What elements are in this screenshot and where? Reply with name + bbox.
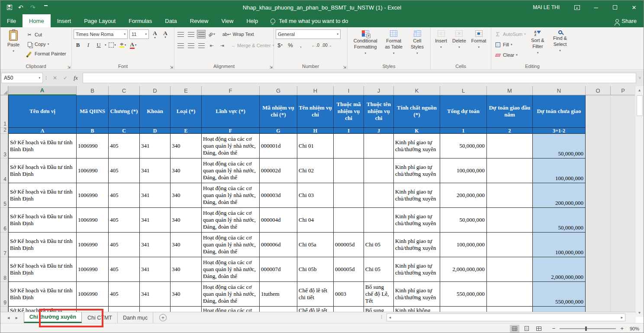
cell-L6[interactable]: 50,000,000 — [440, 208, 487, 233]
row-header-4[interactable]: 4 — [0, 158, 8, 183]
cell-K9[interactable]: Kinh phí giao tự chủ/thường xuyên — [394, 282, 440, 307]
zoom-slider-thumb[interactable] — [585, 327, 587, 331]
cell-K10[interactable]: Kinh phí không — [394, 307, 440, 312]
cell-O10[interactable] — [586, 307, 611, 312]
minimize-button[interactable]: ─ — [586, 0, 605, 14]
tab-file[interactable]: File — [0, 14, 23, 27]
tab-insert[interactable]: Insert — [51, 14, 78, 27]
cell-B7[interactable]: 1006990 — [77, 233, 109, 257]
zoom-in-button[interactable]: + — [620, 325, 624, 332]
cell-C4[interactable]: 405 — [109, 158, 140, 183]
cell-G8[interactable]: 000007d — [260, 257, 297, 282]
align-center-button[interactable] — [187, 41, 195, 50]
cell-F8[interactable]: Hoạt động của các cơ quan quản lý nhà nư… — [202, 257, 260, 282]
copy-button[interactable]: Copy▾ — [25, 39, 68, 49]
cell-P3[interactable] — [611, 134, 636, 158]
header-cell-H1[interactable]: Tên nhiệm vụ chi — [297, 95, 334, 128]
tab-data[interactable]: Data — [158, 14, 183, 27]
cell-E8[interactable]: 340 — [171, 257, 202, 282]
column-header-L[interactable]: L — [440, 86, 487, 95]
header-cell-F1[interactable]: Lĩnh vực (*) — [202, 95, 260, 128]
dialog-launcher-icon[interactable]: ⇲ — [170, 65, 173, 69]
paste-button[interactable]: Paste ▾ — [2, 29, 25, 61]
cell-L4[interactable]: 100,000,000 — [440, 158, 487, 183]
horizontal-scrollbar[interactable]: ◄ ► — [386, 314, 625, 321]
cancel-entry-button[interactable]: ✕ — [50, 73, 60, 83]
code-cell-H2[interactable]: H — [297, 128, 334, 134]
cell-H9[interactable]: Chế độ lễ tết chi tiết — [297, 282, 334, 307]
cell-K6[interactable]: Kinh phí giao tự chủ/thường xuyên — [394, 208, 440, 233]
tab-home[interactable]: Home — [23, 14, 51, 27]
page-break-view-button[interactable] — [534, 325, 544, 333]
borders-button[interactable]: ▾ — [108, 41, 117, 49]
cell-B8[interactable]: 1006990 — [77, 257, 109, 282]
formula-bar-expand-icon[interactable]: ˅ — [637, 76, 643, 80]
cell-A6[interactable]: Sở Kế hoạch và Đầu tư tỉnh Bình Định — [8, 208, 77, 233]
cell-M8[interactable] — [487, 257, 533, 282]
cell-G3[interactable]: 000001d — [260, 134, 297, 158]
cell-A8[interactable]: Sở Kế hoạch và Đầu tư tỉnh Bình Định — [8, 257, 77, 282]
code-cell-E2[interactable]: E — [171, 128, 202, 134]
cell-N8[interactable]: 2,000,000,000 — [533, 257, 586, 282]
cell-D8[interactable]: 341 — [140, 257, 171, 282]
font-color-button[interactable]: A▾ — [129, 41, 138, 49]
increase-decimal-button[interactable]: ←.0 — [311, 41, 320, 49]
cell-C5[interactable]: 405 — [109, 183, 140, 208]
cell-O1[interactable] — [586, 95, 611, 128]
column-header-B[interactable]: B — [77, 86, 109, 95]
cell-O8[interactable] — [586, 257, 611, 282]
orientation-button[interactable]: ab▾ — [207, 30, 216, 39]
new-sheet-button[interactable]: + — [159, 314, 167, 321]
header-cell-L1[interactable]: Tổng dự toán — [440, 95, 487, 128]
grow-font-button[interactable]: A▲ — [151, 30, 159, 39]
normal-view-button[interactable] — [510, 325, 519, 333]
cell-P10[interactable] — [611, 307, 636, 312]
sheet-tab-chi-ctmt[interactable]: Chi CTMT — [82, 312, 118, 323]
cell-N5[interactable]: 200,000,000 — [533, 183, 586, 208]
cell-L9[interactable]: 550,000,000 — [440, 282, 487, 307]
cell-L3[interactable]: 50,000,000 — [440, 134, 487, 158]
insert-function-button[interactable]: fx — [71, 73, 81, 83]
cell-M9[interactable] — [487, 282, 533, 307]
cell-F5[interactable]: Hoạt động của các cơ quan quản lý nhà nư… — [202, 183, 260, 208]
cell-K3[interactable]: Kinh phí giao tự chủ/thường xuyên — [394, 134, 440, 158]
cell-O5[interactable] — [586, 183, 611, 208]
code-cell-K2[interactable]: K — [394, 128, 440, 134]
code-cell-M2[interactable]: 2 — [487, 128, 533, 134]
header-cell-E1[interactable]: Loại (*) — [171, 95, 202, 128]
select-all-corner[interactable] — [0, 86, 8, 95]
decrease-decimal-button[interactable]: .00→ — [322, 41, 332, 49]
cell-C8[interactable]: 405 — [109, 257, 140, 282]
sheet-tab-danh-muc[interactable]: Danh mục — [118, 312, 153, 323]
font-size-combo[interactable]: 11▾ — [129, 29, 149, 39]
save-button[interactable] — [4, 2, 15, 13]
align-bottom-button[interactable] — [197, 30, 206, 39]
cell-A5[interactable]: Sở Kế hoạch và Đầu tư tỉnh Bình Định — [8, 183, 77, 208]
cell-D3[interactable]: 341 — [140, 134, 171, 158]
ribbon-display-options-button[interactable]: ▴ — [567, 0, 586, 14]
header-cell-B1[interactable]: Mã QHNS — [77, 95, 109, 128]
cell-I3[interactable] — [334, 134, 364, 158]
column-header-D[interactable]: D — [140, 86, 171, 95]
format-painter-button[interactable]: Format Painter — [25, 49, 68, 58]
row-header-3[interactable]: 3 — [0, 134, 8, 158]
cell-J8[interactable]: Chi 05 — [364, 257, 394, 282]
cell-I10[interactable] — [334, 307, 364, 312]
clear-button[interactable]: Clear▾ — [493, 50, 527, 60]
cell-E9[interactable]: 340 — [171, 282, 202, 307]
code-cell-G2[interactable]: G — [260, 128, 297, 134]
bold-button[interactable]: B — [74, 41, 82, 49]
autosum-button[interactable]: ΣAutoSum▾ — [493, 29, 527, 39]
find-select-button[interactable]: Find & Select ▾ — [548, 29, 572, 61]
tab-page-layout[interactable]: Page Layout — [77, 14, 122, 27]
header-cell-D1[interactable]: Khoản — [140, 95, 171, 128]
fill-color-button[interactable]: ▾ — [119, 41, 127, 49]
page-layout-view-button[interactable] — [522, 325, 531, 333]
cell-A4[interactable]: Sở Kế hoạch và Đầu tư tỉnh Bình Định — [8, 158, 77, 183]
code-cell-J2[interactable]: J — [364, 128, 394, 134]
merge-center-button[interactable]: ⇔Merge & Center▾ — [230, 41, 275, 50]
cell-H8[interactable]: Chi 05b — [297, 257, 334, 282]
cell-L10[interactable] — [440, 307, 487, 312]
code-cell-C2[interactable]: C — [109, 128, 140, 134]
accounting-format-button[interactable]: $▾ — [276, 41, 284, 49]
